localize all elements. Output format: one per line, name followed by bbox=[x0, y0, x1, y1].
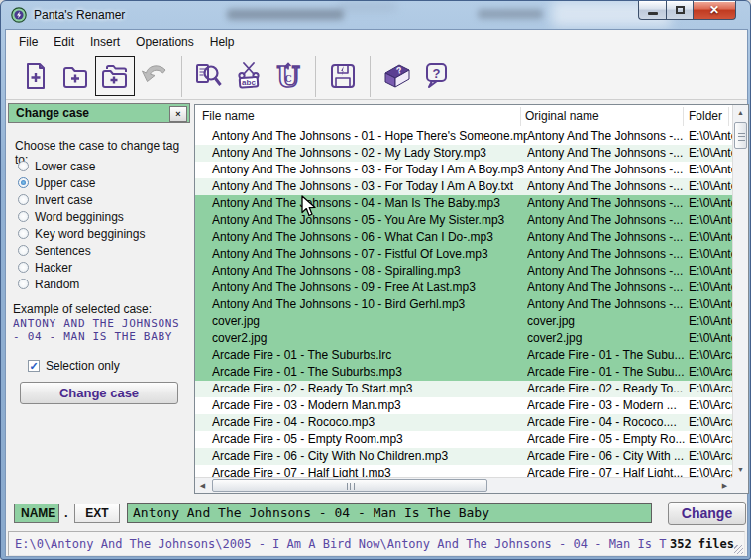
edit-bar: NAME . EXT Change bbox=[6, 498, 747, 529]
radio-icon[interactable] bbox=[18, 194, 29, 205]
original-name-cell: Antony And The Johnsons -... bbox=[527, 296, 689, 313]
save-button[interactable] bbox=[323, 56, 363, 96]
file-name-cell: Antony And The Johnsons - 01 - Hope Ther… bbox=[195, 128, 527, 145]
column-divider[interactable] bbox=[728, 107, 729, 126]
file-row[interactable]: Antony And The Johnsons - 10 - Bird Gerh… bbox=[195, 296, 732, 313]
radio-icon[interactable] bbox=[18, 262, 29, 273]
menu-insert[interactable]: Insert bbox=[82, 32, 128, 52]
radio-option-random[interactable]: Random bbox=[18, 276, 145, 292]
radio-icon[interactable] bbox=[18, 245, 29, 256]
scroll-right-icon[interactable]: ▶ bbox=[717, 478, 732, 493]
scroll-left-icon[interactable]: ◀ bbox=[195, 478, 210, 493]
file-row[interactable]: cover.jpgcover.jpgE:\0\Anto bbox=[195, 313, 732, 330]
rename-input[interactable] bbox=[127, 503, 652, 523]
toolbar-separator bbox=[315, 56, 316, 97]
horizontal-scroll-thumb[interactable] bbox=[212, 479, 487, 492]
menu-edit[interactable]: Edit bbox=[46, 32, 82, 52]
radio-icon[interactable] bbox=[18, 211, 29, 222]
file-row[interactable]: Antony And The Johnsons - 06 - What Can … bbox=[195, 229, 732, 246]
change-case-tool-button[interactable]: U C bbox=[268, 56, 308, 96]
file-row[interactable]: Antony And The Johnsons - 07 - Fistful O… bbox=[195, 246, 732, 263]
file-row[interactable]: Arcade Fire - 04 - Rococo.mp3Arcade Fire… bbox=[195, 414, 732, 431]
file-row[interactable]: Arcade Fire - 06 - City With No Children… bbox=[195, 448, 732, 465]
selection-only-label: Selection only bbox=[46, 359, 120, 373]
menu-help[interactable]: Help bbox=[202, 32, 243, 52]
scroll-down-icon[interactable]: ▼ bbox=[733, 462, 748, 477]
file-row[interactable]: Antony And The Johnsons - 08 - Spirallin… bbox=[195, 263, 732, 280]
radio-option-lower-case[interactable]: Lower case bbox=[18, 158, 145, 174]
maximize-button[interactable] bbox=[666, 1, 694, 20]
file-row[interactable]: cover2.jpgcover2.jpgE:\0\Anto bbox=[195, 330, 732, 347]
file-name-cell: Antony And The Johnsons - 03 - For Today… bbox=[195, 178, 527, 195]
file-row[interactable]: Arcade Fire - 03 - Modern Man.mp3Arcade … bbox=[195, 397, 732, 414]
change-case-button[interactable]: Change case bbox=[20, 382, 178, 404]
column-divider[interactable] bbox=[520, 107, 521, 126]
radio-option-hacker[interactable]: Hacker bbox=[18, 259, 145, 276]
maximize-icon bbox=[676, 6, 685, 14]
file-row[interactable]: Antony And The Johnsons - 05 - You Are M… bbox=[195, 212, 732, 229]
ext-toggle-button[interactable]: EXT bbox=[74, 504, 120, 523]
minimize-button[interactable] bbox=[638, 1, 666, 20]
column-header-file-name[interactable]: File name bbox=[202, 109, 255, 123]
file-row[interactable]: Antony And The Johnsons - 01 - Hope Ther… bbox=[195, 128, 732, 145]
thumb-grip bbox=[347, 483, 355, 490]
file-row[interactable]: Arcade Fire - 02 - Ready To Start.mp3Arc… bbox=[195, 381, 732, 397]
resize-grip-icon[interactable] bbox=[734, 545, 743, 554]
menu-operations[interactable]: Operations bbox=[128, 32, 202, 52]
original-name-cell: Antony And The Johnsons -... bbox=[527, 128, 689, 145]
undo-button[interactable] bbox=[135, 56, 174, 96]
manual-button[interactable]: ? bbox=[377, 56, 417, 96]
list-header[interactable]: File name Original name Folder bbox=[195, 105, 732, 129]
vertical-scroll-thumb[interactable] bbox=[734, 122, 747, 149]
column-header-original-name[interactable]: Original name bbox=[525, 109, 599, 123]
radio-icon[interactable] bbox=[18, 279, 29, 289]
radio-icon[interactable] bbox=[18, 228, 29, 239]
titlebar[interactable]: Panta's Renamer ✕ bbox=[1, 1, 751, 29]
panel-close-button[interactable]: × bbox=[169, 106, 187, 122]
find-preview-button[interactable] bbox=[189, 56, 229, 96]
original-name-cell: Antony And The Johnsons -... bbox=[527, 162, 689, 178]
radio-option-key-word-begginings[interactable]: Key word begginings bbox=[18, 225, 145, 242]
save-icon bbox=[327, 60, 359, 92]
file-row[interactable]: Antony And The Johnsons - 02 - My Lady S… bbox=[195, 145, 732, 162]
change-case-icon: U C bbox=[272, 60, 304, 92]
radio-option-upper-case[interactable]: Upper case bbox=[18, 174, 145, 191]
menu-file[interactable]: File bbox=[11, 32, 46, 52]
name-toggle-button[interactable]: NAME bbox=[14, 504, 59, 523]
file-rows: Antony And The Johnsons - 01 - Hope Ther… bbox=[195, 128, 732, 479]
change-button[interactable]: Change bbox=[668, 502, 746, 525]
rename-tag-button[interactable]: abc bbox=[229, 56, 268, 96]
vertical-scrollbar[interactable]: ▲ ▼ bbox=[732, 105, 748, 477]
client-area: FileEditInsertOperationsHelp bbox=[5, 29, 748, 557]
file-row[interactable]: Arcade Fire - 01 - The Suburbs.mp3Arcade… bbox=[195, 364, 732, 381]
horizontal-scrollbar[interactable]: ◀ ▶ bbox=[195, 477, 732, 493]
file-row[interactable]: Antony And The Johnsons - 09 - Free At L… bbox=[195, 280, 732, 296]
file-row[interactable]: Antony And The Johnsons - 03 - For Today… bbox=[195, 162, 732, 178]
find-preview-icon bbox=[193, 60, 225, 92]
file-row[interactable]: Arcade Fire - 01 - The Suburbs.lrcArcade… bbox=[195, 347, 732, 364]
add-folder-button[interactable] bbox=[55, 56, 95, 96]
menubar: FileEditInsertOperationsHelp bbox=[6, 30, 747, 54]
app-window: Panta's Renamer ✕ FileEditInsertOperatio… bbox=[0, 0, 751, 560]
add-folder-tree-button[interactable] bbox=[95, 56, 135, 96]
file-row[interactable]: Arcade Fire - 05 - Empty Room.mp3Arcade … bbox=[195, 431, 732, 448]
add-file-button[interactable] bbox=[16, 56, 55, 96]
radio-option-word-begginings[interactable]: Word begginings bbox=[18, 208, 145, 225]
manual-book-icon: ? bbox=[381, 60, 413, 92]
selection-only-checkbox[interactable]: ✓ Selection only bbox=[28, 359, 120, 373]
radio-option-invert-case[interactable]: Invert case bbox=[18, 191, 145, 208]
scroll-up-icon[interactable]: ▲ bbox=[733, 105, 748, 120]
column-header-folder[interactable]: Folder bbox=[689, 109, 722, 123]
folder-cell: E:\0\Anto bbox=[689, 162, 732, 178]
about-button[interactable]: ? bbox=[417, 56, 457, 96]
folder-cell: E:\0\Arca bbox=[689, 431, 732, 448]
thumb-grip bbox=[738, 133, 745, 141]
file-row[interactable]: Antony And The Johnsons - 04 - Man Is Th… bbox=[195, 195, 732, 212]
file-row[interactable]: Antony And The Johnsons - 03 - For Today… bbox=[195, 178, 732, 195]
column-divider[interactable] bbox=[683, 107, 684, 126]
close-button[interactable]: ✕ bbox=[694, 1, 736, 20]
radio-option-sentences[interactable]: Sentences bbox=[18, 242, 145, 259]
radio-icon[interactable] bbox=[18, 161, 29, 171]
folder-cell: E:\0\Anto bbox=[689, 178, 732, 195]
radio-icon[interactable] bbox=[18, 177, 29, 188]
